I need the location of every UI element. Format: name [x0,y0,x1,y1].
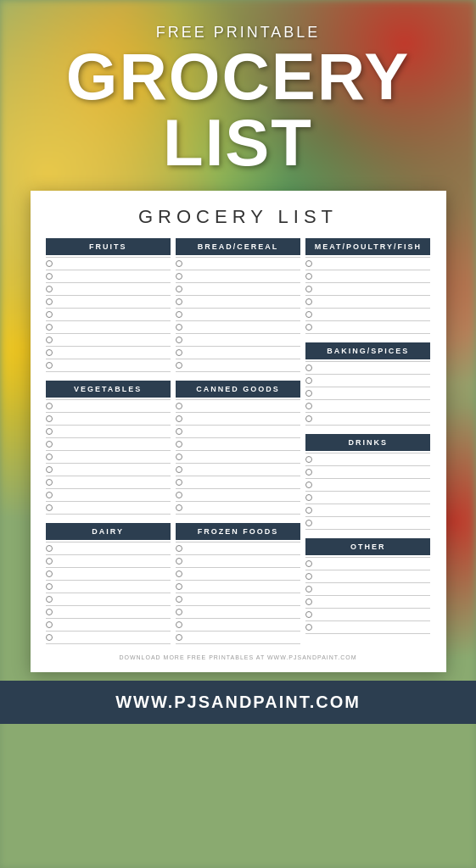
list-item [176,270,300,283]
fruits-header: FRUITS [46,238,171,255]
section-vegetables: VEGETABLES [46,381,171,515]
list-item [46,542,171,555]
drinks-header: DRINKS [305,434,430,451]
list-item [46,451,171,464]
frozen-lines [176,542,300,644]
list-item [305,479,430,492]
page-wrapper: FREE PRINTABLE GROCERY LIST GROCERY LIST… [0,0,476,868]
list-item [176,568,300,581]
list-item [176,606,300,619]
section-bread: BREAD/CEREAL [176,238,300,372]
list-item [305,621,430,634]
baking-lines [305,361,430,426]
list-item [176,413,300,426]
frozen-header: FROZEN FOODS [176,523,300,540]
list-item [46,413,171,426]
bottom-bar: WWW.PJSANDPAINT.COM [0,681,476,724]
list-item [46,568,171,581]
list-item [305,258,430,270]
list-item [176,334,300,347]
dairy-header: DAIRY [46,523,171,540]
list-item [46,555,171,568]
vegetables-header: VEGETABLES [46,381,171,398]
list-item [176,464,300,476]
list-item [176,451,300,464]
list-item [305,504,430,517]
header: FREE PRINTABLE GROCERY LIST [0,0,476,191]
drinks-lines [305,453,430,530]
list-item [176,400,300,413]
list-item [46,321,171,334]
list-item [176,309,300,321]
list-item [46,258,171,270]
list-item [46,606,171,619]
bread-lines [176,257,300,372]
list-item [305,453,430,466]
list-item [305,583,430,596]
canned-lines [176,399,300,515]
vegetables-lines [46,399,171,515]
list-item [176,542,300,555]
list-item [46,400,171,413]
list-item [46,593,171,606]
baking-header: BAKING/SPICES [305,342,430,359]
list-item [46,334,171,347]
meat-lines [305,257,430,334]
list-item [305,558,430,570]
section-drinks: DRINKS [305,434,430,530]
column-1: FRUITS VEGETABLES [46,238,171,648]
list-item [305,492,430,504]
list-item [176,593,300,606]
list-item [305,466,430,479]
other-lines [305,557,430,634]
section-frozen: FROZEN FOODS [176,523,300,644]
list-item [46,489,171,502]
list-item [176,502,300,515]
list-item [176,438,300,451]
list-item [176,632,300,644]
list-item [305,517,430,530]
column-3: MEAT/POULTRY/FISH BAKING/SPICES [305,238,430,648]
list-item [176,476,300,489]
section-other: OTHER [305,538,430,634]
list-item [46,347,171,359]
list-item [46,438,171,451]
list-item [46,359,171,372]
section-canned: CANNED GOODS [176,381,300,515]
list-item [305,375,430,387]
list-item [46,296,171,309]
list-item [46,502,171,515]
list-item [176,296,300,309]
list-item [176,258,300,270]
list-item [176,321,300,334]
list-item [176,489,300,502]
header-title: GROCERY LIST [17,43,459,175]
list-item [176,581,300,593]
list-item [176,359,300,372]
column-2: BREAD/CEREAL CANNED GO [176,238,300,648]
other-header: OTHER [305,538,430,555]
list-item [46,476,171,489]
list-item [305,413,430,426]
list-item [305,362,430,375]
list-item [305,283,430,296]
columns-grid: FRUITS VEGETABLES [46,238,431,648]
list-item [46,426,171,438]
list-item [176,426,300,438]
meat-header: MEAT/POULTRY/FISH [305,238,430,255]
section-baking: BAKING/SPICES [305,342,430,426]
list-item [46,581,171,593]
list-item [305,296,430,309]
list-item [176,619,300,632]
list-item [46,283,171,296]
list-item [46,270,171,283]
list-item [305,321,430,334]
bread-header: BREAD/CEREAL [176,238,300,255]
list-item [46,464,171,476]
fruits-lines [46,257,171,372]
list-item [305,596,430,609]
list-item [46,632,171,644]
section-fruits: FRUITS [46,238,171,372]
list-item [305,570,430,583]
section-meat: MEAT/POULTRY/FISH [305,238,430,334]
